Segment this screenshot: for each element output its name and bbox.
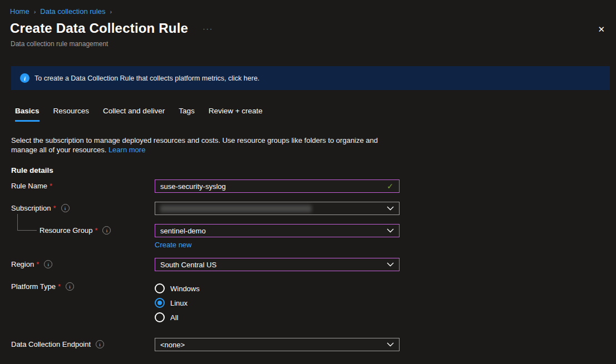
radio-all-label: All xyxy=(170,313,178,322)
tab-tags-label: Tags xyxy=(179,107,195,115)
breadcrumb: Home › Data collection rules › xyxy=(0,0,616,16)
breadcrumb-dcr-link[interactable]: Data collection rules xyxy=(40,7,105,16)
data-collection-endpoint-label-text: Data Collection Endpoint xyxy=(11,340,91,348)
resource-group-dropdown[interactable]: sentinel-demo xyxy=(155,224,400,237)
required-marker: * xyxy=(58,282,61,291)
resource-group-value: sentinel-demo xyxy=(160,227,206,235)
info-icon: i xyxy=(20,73,29,83)
tab-basics-label: Basics xyxy=(15,107,40,115)
tab-bar: Basics Resources Collect and deliver Tag… xyxy=(15,107,616,122)
chevron-down-icon xyxy=(387,228,394,233)
rule-name-value: suse-security-syslog xyxy=(160,182,226,191)
section-title-rule-details: Rule details xyxy=(11,166,616,174)
subscription-redacted-value xyxy=(160,205,312,212)
chevron-down-icon xyxy=(387,262,394,267)
tab-resources[interactable]: Resources xyxy=(53,107,90,122)
radio-windows-label: Windows xyxy=(170,285,200,293)
subscription-label: Subscription * i xyxy=(11,202,155,212)
radio-linux-label: Linux xyxy=(170,299,188,307)
more-options-button[interactable]: ··· xyxy=(203,24,213,33)
region-label-text: Region xyxy=(11,260,34,268)
learn-more-link[interactable]: Learn more xyxy=(109,146,145,154)
info-icon[interactable]: i xyxy=(61,204,70,212)
breadcrumb-separator-icon: › xyxy=(34,8,36,15)
data-collection-endpoint-label: Data Collection Endpoint i xyxy=(11,338,155,348)
chevron-down-icon xyxy=(387,342,394,347)
tab-collect-and-deliver[interactable]: Collect and deliver xyxy=(103,107,165,122)
rule-details-form: Rule Name * suse-security-syslog ✓ Subsc… xyxy=(11,179,616,351)
breadcrumb-separator-icon: › xyxy=(110,8,112,15)
intro-text: Select the subscription to manage deploy… xyxy=(11,136,383,154)
subscription-row: Subscription * i xyxy=(11,202,616,215)
tab-tags[interactable]: Tags xyxy=(179,107,195,122)
region-row: Region * i South Central US xyxy=(11,258,616,271)
info-icon[interactable]: i xyxy=(102,226,111,235)
platform-type-label: Platform Type * i xyxy=(11,280,155,291)
tab-collect-and-deliver-label: Collect and deliver xyxy=(103,107,165,115)
rule-name-row: Rule Name * suse-security-syslog ✓ xyxy=(11,179,616,193)
required-marker: * xyxy=(53,204,56,212)
resource-group-row: Resource Group * i sentinel-demo Create … xyxy=(11,224,616,249)
region-dropdown[interactable]: South Central US xyxy=(155,258,400,271)
close-icon[interactable]: ✕ xyxy=(598,25,605,33)
region-label: Region * i xyxy=(11,258,155,268)
tab-resources-label: Resources xyxy=(53,107,90,115)
platform-type-radio-group: Windows Linux All xyxy=(155,280,400,325)
tab-review-create[interactable]: Review + create xyxy=(209,107,263,122)
tab-review-create-label: Review + create xyxy=(209,107,263,115)
tree-connector xyxy=(17,214,37,231)
create-dcr-blade: Home › Data collection rules › Create Da… xyxy=(0,0,616,351)
radio-circle-icon xyxy=(155,283,165,293)
valid-check-icon: ✓ xyxy=(387,182,393,191)
rule-name-input[interactable]: suse-security-syslog ✓ xyxy=(155,179,400,193)
radio-windows[interactable]: Windows xyxy=(155,281,400,296)
info-icon[interactable]: i xyxy=(44,260,52,268)
data-collection-endpoint-value: <none> xyxy=(160,341,185,349)
info-icon[interactable]: i xyxy=(96,340,104,348)
radio-circle-icon xyxy=(155,312,165,322)
subscription-label-text: Subscription xyxy=(11,204,51,212)
info-icon[interactable]: i xyxy=(66,282,74,291)
resource-group-label-text: Resource Group xyxy=(40,226,92,235)
radio-linux[interactable]: Linux xyxy=(155,296,400,310)
header: Create Data Collection Rule ··· xyxy=(10,21,616,36)
region-value: South Central US xyxy=(160,261,216,269)
platform-type-label-text: Platform Type xyxy=(11,282,56,291)
required-marker: * xyxy=(36,260,39,268)
page-title: Create Data Collection Rule xyxy=(10,21,188,36)
data-collection-endpoint-dropdown[interactable]: <none> xyxy=(155,338,400,351)
create-new-link[interactable]: Create new xyxy=(155,241,191,249)
rule-name-label: Rule Name * xyxy=(11,179,155,190)
info-banner-text[interactable]: To create a Data Collection Rule that co… xyxy=(35,74,259,82)
data-collection-endpoint-row: Data Collection Endpoint i <none> xyxy=(11,338,616,351)
chevron-down-icon xyxy=(387,206,394,211)
required-marker: * xyxy=(50,182,52,190)
radio-all[interactable]: All xyxy=(155,310,400,325)
required-marker: * xyxy=(95,226,97,235)
breadcrumb-home-link[interactable]: Home xyxy=(10,7,29,16)
intro-description: Select the subscription to manage deploy… xyxy=(11,136,378,154)
platform-type-row: Platform Type * i Windows Linux All xyxy=(11,280,616,325)
info-banner: i To create a Data Collection Rule that … xyxy=(11,66,610,90)
subscription-dropdown[interactable] xyxy=(155,202,400,215)
page-subtitle: Data collection rule management xyxy=(11,40,616,48)
rule-name-label-text: Rule Name xyxy=(11,182,47,190)
radio-circle-icon xyxy=(155,298,165,308)
tab-basics[interactable]: Basics xyxy=(15,107,40,122)
